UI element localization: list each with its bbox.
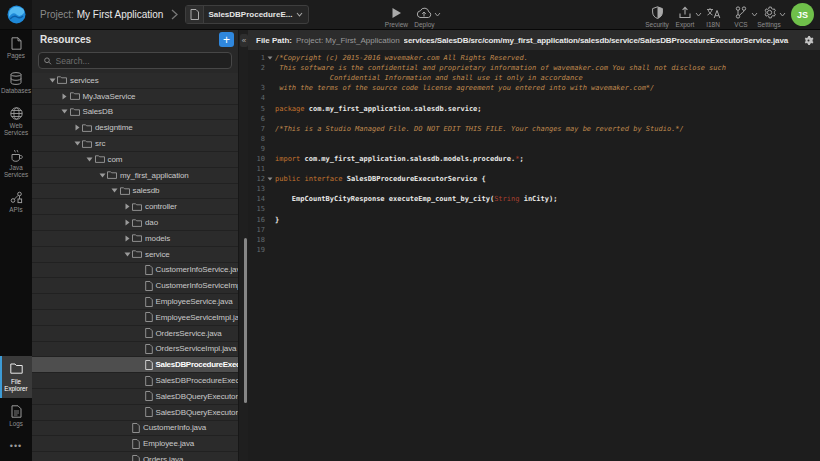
tree-expand-closed-icon[interactable] — [123, 235, 131, 242]
security-button[interactable]: Security — [643, 1, 671, 28]
code-line: 1/*Copyright (c) 2015-2016 wavemaker.com… — [248, 53, 820, 63]
tree-expand-closed-icon[interactable] — [123, 219, 131, 226]
file-icon — [132, 455, 140, 461]
tree-item[interactable]: service — [32, 247, 238, 263]
panel-divider: « — [238, 30, 248, 461]
user-avatar[interactable]: JS — [791, 3, 814, 26]
add-resource-button[interactable]: + — [219, 32, 234, 47]
folder-icon — [82, 140, 92, 148]
open-file-name: SalesDBProcedureE... — [204, 10, 296, 19]
tree-expand-closed-icon[interactable] — [123, 203, 131, 210]
code-editor[interactable]: 1/*Copyright (c) 2015-2016 wavemaker.com… — [248, 50, 820, 255]
sidebar-item-apis[interactable]: APIs — [0, 184, 32, 219]
sidebar-item-web-services[interactable]: Web Services — [0, 100, 32, 142]
tree-item[interactable]: CustomerInfoService.java — [32, 263, 238, 279]
line-number: 5 — [248, 105, 265, 113]
file-icon — [145, 281, 153, 291]
fold-marker-icon[interactable] — [265, 177, 275, 181]
file-icon — [145, 265, 153, 275]
i18n-icon — [706, 6, 721, 19]
resources-tree: servicesMyJavaServiceSalesDBdesigntimesr… — [32, 73, 238, 461]
export-button[interactable]: Export — [671, 1, 699, 28]
tree-expand-open-icon[interactable] — [48, 78, 56, 83]
tree-item[interactable]: Orders.java — [32, 452, 238, 461]
tree-item[interactable]: my_first_application — [32, 168, 238, 184]
code-line: 16} — [248, 215, 820, 225]
tree-item[interactable]: dao — [32, 215, 238, 231]
search-box[interactable] — [38, 52, 232, 69]
tree-expand-open-icon[interactable] — [111, 188, 119, 193]
line-number: 19 — [248, 246, 265, 254]
preview-button[interactable]: Preview — [382, 1, 410, 28]
settings-button[interactable]: Settings — [755, 1, 783, 28]
sidebar-item-file-explorer[interactable]: File Explorer — [0, 356, 32, 398]
folder-icon — [82, 124, 92, 132]
tree-expand-open-icon[interactable] — [73, 141, 81, 146]
tree-item-selected[interactable]: SalesDBProcedureExecutorService.java — [32, 357, 238, 373]
tree-item[interactable]: controller — [32, 199, 238, 215]
wavemaker-logo[interactable] — [0, 0, 32, 29]
file-icon — [145, 391, 153, 401]
tree-item[interactable]: models — [32, 231, 238, 247]
file-icon — [145, 376, 153, 386]
line-number: 17 — [248, 226, 265, 234]
tree-item[interactable]: designtime — [32, 120, 238, 136]
search-icon — [44, 57, 52, 65]
line-number: 12 — [248, 175, 265, 183]
tree-item[interactable]: src — [32, 136, 238, 152]
search-input[interactable] — [56, 56, 227, 66]
open-file-dropdown[interactable]: SalesDBProcedureE... — [185, 5, 309, 24]
export-icon — [679, 6, 691, 19]
line-number: 15 — [248, 205, 265, 213]
security-icon — [652, 6, 663, 19]
tree-item[interactable]: services — [32, 73, 238, 89]
tree-item[interactable]: Employee.java — [32, 436, 238, 452]
tree-item[interactable]: EmployeeService.java — [32, 294, 238, 310]
collapse-panel-button[interactable]: « — [240, 34, 248, 47]
code-line: 3 with the terms of the source code lice… — [248, 83, 820, 93]
sidebar-item-java-services[interactable]: Java Services — [0, 142, 32, 184]
tree-expand-open-icon[interactable] — [123, 252, 131, 257]
tree-item[interactable]: OrdersService.java — [32, 326, 238, 342]
tree-item[interactable]: SalesDBQueryExecutorService.java — [32, 389, 238, 405]
sidebar-item-pages[interactable]: Pages — [0, 30, 32, 65]
tree-expand-closed-icon[interactable] — [61, 93, 69, 100]
sidebar-item-databases[interactable]: Databases — [0, 65, 32, 100]
tree-scrollbar[interactable] — [244, 238, 247, 403]
sidebar-more-button[interactable]: ••• — [0, 433, 32, 461]
chevron-down-icon — [779, 12, 786, 17]
i18n-button[interactable]: I18N — [699, 1, 727, 28]
preview-icon — [391, 6, 402, 19]
fold-marker-icon[interactable] — [265, 56, 275, 60]
chevron-down-icon — [434, 12, 441, 17]
tree-item[interactable]: MyJavaService — [32, 89, 238, 105]
line-number: 14 — [248, 195, 265, 203]
file-icon — [132, 423, 140, 433]
file-settings-gear-icon[interactable] — [803, 35, 814, 46]
code-line: Confidential Information and shall use i… — [248, 73, 820, 83]
project-label: Project: — [40, 9, 74, 20]
tree-expand-open-icon[interactable] — [86, 157, 94, 162]
tree-item[interactable]: com — [32, 152, 238, 168]
tree-item[interactable]: EmployeeServiceImpl.java — [32, 310, 238, 326]
vcs-button[interactable]: VCS — [727, 1, 755, 28]
folder-icon — [132, 250, 142, 258]
tree-expand-open-icon[interactable] — [61, 109, 69, 114]
tree-item[interactable]: SalesDBQueryExecutorServiceImpl.java — [32, 405, 238, 421]
left-sidebar: PagesDatabasesWeb ServicesJava ServicesA… — [0, 30, 32, 461]
tree-expand-open-icon[interactable] — [98, 173, 106, 178]
deploy-button[interactable]: Deploy — [410, 1, 438, 28]
sidebar-item-logs[interactable]: Logs — [0, 398, 32, 433]
tree-item[interactable]: SalesDBProcedureExecutorServiceImpl.java — [32, 373, 238, 389]
code-line: 15 — [248, 204, 820, 214]
tree-expand-closed-icon[interactable] — [73, 124, 81, 131]
tree-item[interactable]: SalesDB — [32, 105, 238, 121]
code-line: 19 — [248, 245, 820, 255]
file-icon — [145, 360, 153, 370]
line-number: 9 — [248, 145, 265, 153]
tree-item[interactable]: CustomerInfoServiceImpl.java — [32, 278, 238, 294]
folder-icon — [132, 234, 142, 242]
tree-item[interactable]: CustomerInfo.java — [32, 421, 238, 437]
tree-item[interactable]: salesdb — [32, 184, 238, 200]
tree-item[interactable]: OrdersServiceImpl.java — [32, 342, 238, 358]
